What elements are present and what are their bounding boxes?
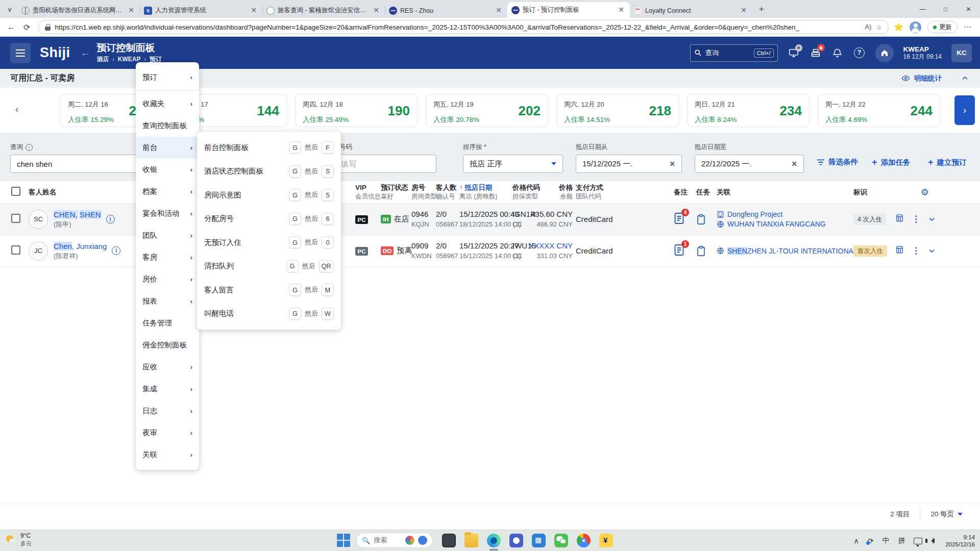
clear-icon[interactable]: ✕ [669,160,675,168]
price[interactable]: XXXXX CNY [529,241,573,251]
row-checkbox[interactable] [11,245,20,255]
read-aloud-icon[interactable]: A) [865,23,872,31]
wechat-app-icon[interactable] [554,534,568,547]
property-info[interactable]: KWEAP 16 12月 09:14 [903,45,942,61]
menu-item-档案[interactable]: 档案› [136,181,199,203]
more-actions-icon[interactable]: ⋮ [912,245,920,256]
registration-card-icon[interactable] [895,214,904,224]
favorite-star-icon[interactable]: ☆ [876,23,882,31]
col-tags[interactable]: 标识 [853,188,893,196]
task-icon[interactable] [696,245,717,257]
favorites-bar-icon[interactable]: ⭐ [894,22,903,32]
page-size-select[interactable]: 20 每页 [930,510,963,519]
cashier-icon[interactable] [810,47,822,59]
tab-close-icon[interactable]: ✕ [494,6,503,15]
row-checkbox[interactable] [11,214,20,223]
add-task-button[interactable]: + 添加任务 [872,157,911,168]
table-settings-gear-icon[interactable]: ⚙ [921,187,929,198]
browser-profile-avatar[interactable] [910,21,921,33]
notes-icon[interactable]: 4 [674,212,685,224]
submenu-item-分配房号[interactable]: 分配房号G然后6 [197,207,341,231]
col-tasks[interactable]: 任务 [696,188,717,196]
browser-tab[interactable]: 贵阳机场智选假日酒店系统网址导✕ [17,3,140,18]
hamburger-menu-icon[interactable] [10,43,31,63]
guest-name-link[interactable]: CHEN, SHEN [54,210,101,219]
browser-tab[interactable]: Loyalty Connect✕ [630,3,752,18]
menu-item-收藏夹[interactable]: 收藏夹› [136,93,199,115]
info-icon[interactable]: i [106,215,115,223]
ime-mode-icon[interactable]: 拼 [898,536,905,545]
tab-close-icon[interactable]: ✕ [739,6,748,15]
arrival-to-input[interactable]: 22/12/2025 一.✕ [695,155,804,173]
menu-item-佣金控制面板[interactable]: 佣金控制面板 [136,334,199,356]
global-search-input[interactable]: 查询 Ctrl+/ [690,44,778,62]
registration-card-icon[interactable] [895,245,904,256]
col-links[interactable]: 关联 [717,188,853,196]
submenu-item-叫醒电话[interactable]: 叫醒电话G然后W [197,302,341,326]
help-icon[interactable]: ? [853,47,866,59]
col-rate-code[interactable]: 价格代码 [512,184,537,192]
arrival-from-input[interactable]: 15/12/2025 一.✕ [576,155,682,173]
menu-item-团队[interactable]: 团队› [136,224,199,246]
workstation-icon[interactable]: ✕ [788,47,800,59]
file-explorer-app-icon[interactable] [464,534,478,547]
clear-icon[interactable]: ✕ [791,160,797,168]
tray-expand-chevron-icon[interactable]: ∧ [853,537,859,545]
sync-icon[interactable]: ⟳ [868,537,874,545]
browser-tab[interactable]: S人力资源管理系统✕ [140,3,262,18]
col-price[interactable]: 价格 [537,184,573,192]
refresh-icon[interactable]: ⟳ [23,22,30,32]
submenu-item-客人留言[interactable]: 客人留言G然后M [197,278,341,302]
expand-chevron-down-icon[interactable] [928,247,936,255]
submenu-item-房间示意图[interactable]: 房间示意图G然后5 [197,183,341,207]
menu-item-房价[interactable]: 房价› [136,268,199,290]
availability-card[interactable]: 周五, 12月 19入住率 20.78%202 [426,94,548,127]
availability-card[interactable]: 周四, 12月 18入住率 25.49%190 [295,94,418,127]
menu-item-日志[interactable]: 日志› [136,400,199,422]
browser-tab[interactable]: 预订 - 预订控制面板✕ [507,2,630,18]
cards-next-button[interactable]: › [954,95,975,125]
info-icon[interactable]: i [112,246,120,255]
menu-item-预订[interactable]: 预订› [136,66,199,88]
address-bar[interactable]: https://cn1.web.ep.shiji.world/individua… [38,20,889,34]
col-payment[interactable]: 支付方式 [576,184,674,192]
browser-tab[interactable]: RES - Zhou✕ [385,3,507,18]
taskbar-search-input[interactable]: 🔍 搜索 [356,533,433,548]
notes-icon[interactable]: 1 [674,244,685,256]
tab-close-icon[interactable]: ✕ [127,6,136,15]
tab-search-chevron-icon[interactable]: ∨ [3,3,16,16]
chrome-app-icon[interactable] [577,534,591,547]
windows-start-icon[interactable] [337,534,350,547]
detail-statistics-link[interactable]: 明细统计 [914,74,942,83]
volume-icon[interactable] [931,538,935,543]
menu-item-查询控制面板[interactable]: 查询控制面板 [136,115,199,137]
menu-item-客房[interactable]: 客房› [136,246,199,268]
collapse-chevron-up-icon[interactable] [961,74,969,82]
menu-item-前台[interactable]: 前台› [136,137,199,159]
linked-globe-link[interactable]: SHENZHEN JL-TOUR INTERNATIONAL [717,247,853,255]
col-notes[interactable]: 备注 [674,188,696,196]
menu-item-应收[interactable]: 应收› [136,356,199,378]
task-icon[interactable] [696,214,717,225]
availability-card[interactable]: 周日, 12月 21入住率 8.24%234 [687,94,810,127]
query-info-icon[interactable]: i [26,144,33,151]
col-status[interactable]: 预订状态 [381,184,411,192]
user-avatar[interactable]: KC [951,44,972,62]
col-room[interactable]: 房号 [411,184,436,192]
home-icon[interactable] [875,44,894,62]
menu-item-宴会和活动[interactable]: 宴会和活动› [136,203,199,224]
new-tab-button[interactable]: + [754,2,769,16]
browser-update-button[interactable]: 更新 [927,21,958,33]
browser-menu-icon[interactable]: ⋯ [964,22,972,32]
menu-item-关联[interactable]: 关联› [136,444,199,466]
back-icon[interactable]: ← [7,22,15,32]
sort-by-select[interactable]: 抵店 正序 [463,155,563,173]
teams-blue-app-icon[interactable] [509,534,523,547]
member-number-input[interactable] [333,160,430,168]
availability-card[interactable]: 周一, 12月 22入住率 4.69%244 [818,94,940,127]
submenu-item-前台控制面板[interactable]: 前台控制面板G然后F [197,136,341,160]
submenu-item-无预订入住[interactable]: 无预订入住G然后0 [197,231,341,255]
menu-item-任务管理[interactable]: 任务管理 [136,312,199,334]
more-actions-icon[interactable]: ⋮ [912,214,920,224]
col-guests[interactable]: 客人数 [436,184,459,192]
